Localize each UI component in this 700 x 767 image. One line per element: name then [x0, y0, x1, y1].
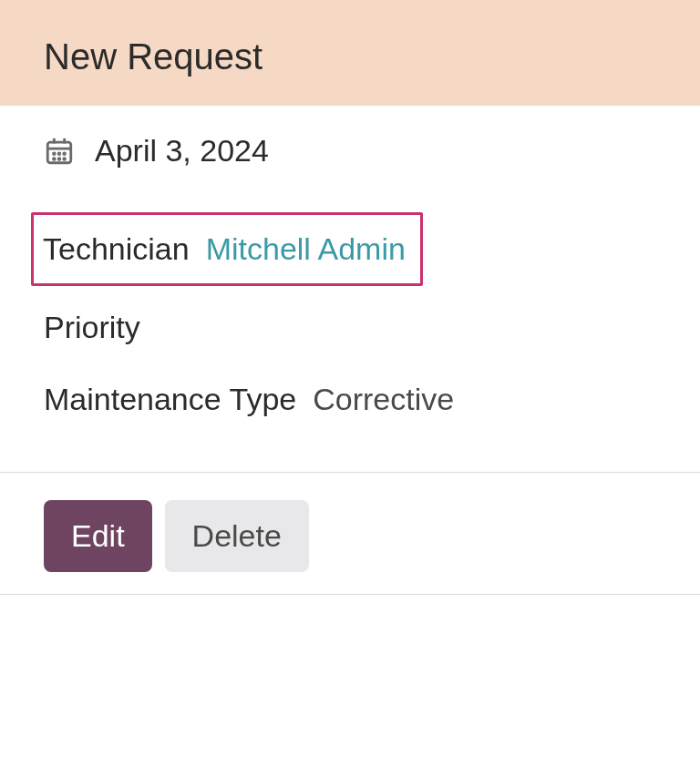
- date-row: April 3, 2024: [44, 133, 656, 169]
- edit-button[interactable]: Edit: [44, 500, 152, 572]
- calendar-icon: [44, 136, 75, 167]
- delete-button[interactable]: Delete: [165, 500, 309, 572]
- maintenance-type-field: Maintenance Type Corrective: [44, 382, 656, 417]
- technician-field: Technician Mitchell Admin: [31, 212, 423, 286]
- svg-point-6: [64, 152, 66, 154]
- bottom-border: [0, 594, 700, 595]
- card-header: New Request: [0, 0, 700, 106]
- svg-point-9: [64, 158, 66, 159]
- priority-label: Priority: [44, 310, 140, 345]
- card-content: April 3, 2024 Technician Mitchell Admin …: [0, 106, 700, 463]
- card-title: New Request: [44, 36, 656, 77]
- svg-point-8: [58, 158, 60, 159]
- divider: [0, 472, 700, 473]
- svg-point-5: [58, 152, 60, 154]
- actions-row: Edit Delete: [0, 500, 700, 594]
- technician-value[interactable]: Mitchell Admin: [206, 231, 406, 267]
- priority-field: Priority: [44, 310, 656, 345]
- technician-label: Technician: [43, 231, 190, 267]
- maintenance-type-value: Corrective: [313, 382, 454, 417]
- date-value: April 3, 2024: [95, 133, 269, 169]
- svg-point-4: [53, 152, 55, 154]
- maintenance-type-label: Maintenance Type: [44, 382, 296, 417]
- svg-point-7: [53, 158, 55, 159]
